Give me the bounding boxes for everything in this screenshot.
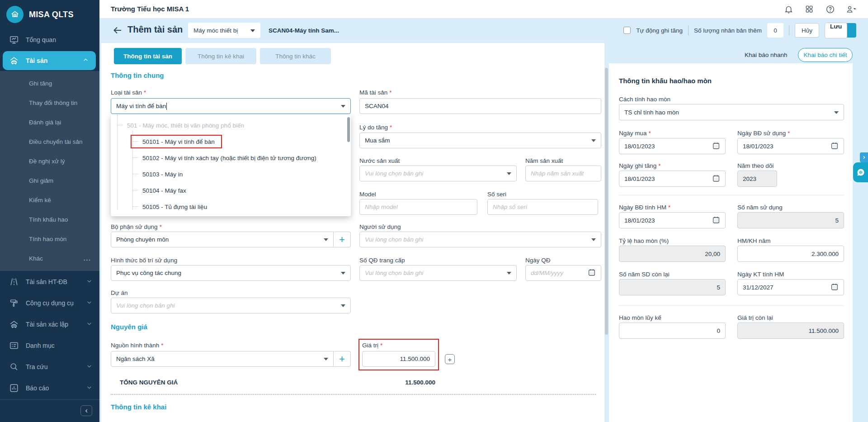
section-separator <box>111 394 596 395</box>
tree-option-50104[interactable]: 50104 - Máy fax <box>111 182 351 199</box>
asset-type-combobox[interactable]: Máy vi tính để bàn <box>111 98 351 114</box>
sidebar-item-tai-san-ht-db[interactable]: Tài sản HT-ĐB <box>0 271 99 292</box>
sidebar-subitem-dieu-chuyen[interactable]: Điều chuyển tài sản <box>0 132 99 152</box>
cancel-button[interactable]: Hủy <box>795 23 819 38</box>
sidebar-subitem-khac[interactable]: Khác ... <box>0 249 99 268</box>
usage-arrangement-dropdown[interactable]: Phục vụ công tác chung <box>111 265 351 281</box>
save-button[interactable]: Lưu <box>825 23 856 38</box>
vertical-scrollbar[interactable] <box>605 68 608 335</box>
field-label: Nguồn hình thành* <box>111 342 164 349</box>
sidebar-item-tai-san-xac-lap[interactable]: Tài sản xác lập <box>0 313 99 335</box>
paint-roller-icon <box>9 298 19 308</box>
calendar-icon[interactable] <box>588 268 596 278</box>
sidebar-item-tai-san[interactable]: Tài sản <box>3 51 96 70</box>
total-cost-value: 11.500.000 <box>353 379 435 386</box>
sidebar-subitem-tinh-hao-mon[interactable]: Tính hao mòn <box>0 229 99 249</box>
sidebar-subitem-kiem-ke[interactable]: Kiểm kê <box>0 190 99 210</box>
sidebar-item-label: Tổng quan <box>26 36 56 43</box>
department-dropdown[interactable]: Phòng chuyên môn <box>111 232 334 247</box>
value-input[interactable]: 11.500.000 <box>362 351 435 367</box>
sidebar-item-bao-cao[interactable]: Báo cáo <box>0 377 99 398</box>
depreciation-method-dropdown[interactable]: TS chỉ tính hao mòn <box>619 104 844 120</box>
duplicate-count-input[interactable] <box>767 23 783 38</box>
chevron-down-icon <box>86 278 92 285</box>
tree-option-50105[interactable]: 50105 - Tủ đựng tài liệu <box>111 199 351 215</box>
field-label: Năm sản xuất <box>525 157 563 164</box>
calendar-icon[interactable] <box>712 142 720 151</box>
decision-number-dropdown[interactable]: Vui lòng chọn bản ghi <box>359 265 517 281</box>
manufacture-year-input[interactable] <box>525 166 601 181</box>
quick-declare-link[interactable]: Khai báo nhanh <box>745 52 788 58</box>
sidebar-item-tong-quan[interactable]: Tổng quan <box>0 29 99 50</box>
add-department-button[interactable]: + <box>334 232 351 247</box>
field-label: Số năm SD còn lại <box>619 271 670 278</box>
purchase-date-input[interactable]: 18/01/2023 <box>619 138 726 154</box>
field-label: Số năm sử dụng <box>737 204 783 211</box>
dropdown-scrollbar[interactable] <box>347 117 350 142</box>
back-arrow-icon[interactable] <box>112 25 123 36</box>
depreciation-end-date-input[interactable]: 31/12/2027 <box>737 279 844 295</box>
tree-option-50103[interactable]: 50103 - Máy in <box>111 166 351 182</box>
decision-date-input[interactable]: dd/MM/yyyy <box>525 265 601 281</box>
sidebar-collapse-button[interactable] <box>80 405 92 416</box>
user-menu-icon[interactable] <box>845 4 856 14</box>
sidebar-subitem-ghi-tang[interactable]: Ghi tăng <box>0 74 99 93</box>
sidebar-subitem-danh-gia[interactable]: Đánh giá lại <box>0 113 99 132</box>
asset-code-input[interactable] <box>359 98 601 114</box>
tab-thong-tin-tai-san[interactable]: Thông tin tài sản <box>114 48 182 64</box>
tree-option-501[interactable]: 501 - Máy móc, thiết bị văn phòng phổ bi… <box>111 117 351 133</box>
field-label: Ngày ghi tăng* <box>619 162 661 169</box>
sidebar-item-danh-muc[interactable]: Danh mục <box>0 335 99 356</box>
serial-input[interactable] <box>487 199 598 215</box>
project-dropdown[interactable]: Vui lòng chọn bản ghi <box>111 298 351 313</box>
sidebar-subitem-de-nghi[interactable]: Đề nghị xử lý <box>0 152 99 171</box>
house-car-icon <box>9 319 19 329</box>
field-label: Giá trị còn lại <box>737 314 773 321</box>
calendar-icon[interactable] <box>712 174 720 184</box>
calendar-icon[interactable] <box>830 283 839 292</box>
add-value-row-button[interactable]: + <box>445 354 455 364</box>
annual-depreciation-input[interactable]: 2.300.000 <box>737 246 844 262</box>
tab-thong-tin-khac[interactable]: Thông tin khác <box>260 48 331 64</box>
tree-option-50102[interactable]: 50102 - Máy vi tính xách tay (hoặc thiết… <box>111 150 351 166</box>
detail-declare-button[interactable]: Khai báo chi tiết <box>798 48 853 62</box>
notification-bell-icon[interactable] <box>783 4 794 14</box>
help-icon[interactable] <box>825 4 835 14</box>
add-funding-source-button[interactable]: + <box>334 351 351 367</box>
org-title: Trường Tiểu học MISA 1 <box>111 5 189 13</box>
record-increase-date-input[interactable]: 18/01/2023 <box>619 171 726 187</box>
text-cursor <box>166 103 167 110</box>
user-dropdown[interactable]: Vui lòng chọn bản ghi <box>359 232 601 247</box>
auto-record-checkbox[interactable] <box>623 27 631 34</box>
apps-grid-icon[interactable] <box>804 4 815 14</box>
ellipsis-icon[interactable]: ... <box>84 255 91 262</box>
accumulated-depreciation-input[interactable]: 0 <box>619 322 726 339</box>
catalog-icon <box>9 341 19 351</box>
sidebar-subitem-thay-doi[interactable]: Thay đổi thông tin <box>0 93 99 113</box>
sidebar-subitem-ghi-giam[interactable]: Ghi giảm <box>0 171 99 190</box>
asset-icon <box>9 56 19 66</box>
funding-source-dropdown[interactable]: Ngân sách Xã <box>111 351 334 367</box>
asset-code-breadcrumb: SCAN04-Máy tính Sam... <box>269 27 339 34</box>
field-label: Ngày QĐ <box>525 257 551 264</box>
page-header: Thêm tài sản Máy móc thiết bị SCAN04-Máy… <box>99 18 868 43</box>
usage-start-date-input[interactable]: 18/01/2023 <box>737 138 844 154</box>
sidebar-item-cong-cu-dung-cu[interactable]: Công cụ dụng cụ <box>0 292 99 313</box>
calendar-icon[interactable] <box>712 216 720 225</box>
country-dropdown[interactable]: Vui lòng chọn bản ghi <box>359 166 517 181</box>
increase-reason-dropdown[interactable]: Mua sắm <box>359 133 601 148</box>
sidebar-item-label: Tài sản <box>26 57 47 64</box>
asset-category-dropdown[interactable]: Máy móc thiết bị <box>188 23 260 38</box>
expand-panel-tab[interactable] <box>860 152 868 162</box>
field-label: Số QĐ trang cấp <box>359 257 405 264</box>
chevron-down-icon <box>507 172 511 177</box>
sidebar-item-tra-cuu[interactable]: Tra cứu <box>0 356 99 377</box>
tab-thong-tin-ke-khai[interactable]: Thông tin kê khai <box>185 48 256 64</box>
depreciation-start-date-input[interactable]: 18/01/2023 <box>619 212 726 228</box>
chevron-down-icon <box>341 105 345 110</box>
model-input[interactable] <box>359 199 477 215</box>
support-chat-button[interactable] <box>853 162 868 182</box>
tree-option-50101[interactable]: 50101 - Máy vi tính để bàn <box>111 133 351 150</box>
calendar-icon[interactable] <box>830 142 839 151</box>
sidebar-subitem-tinh-khau-hao[interactable]: Tính khấu hao <box>0 210 99 229</box>
